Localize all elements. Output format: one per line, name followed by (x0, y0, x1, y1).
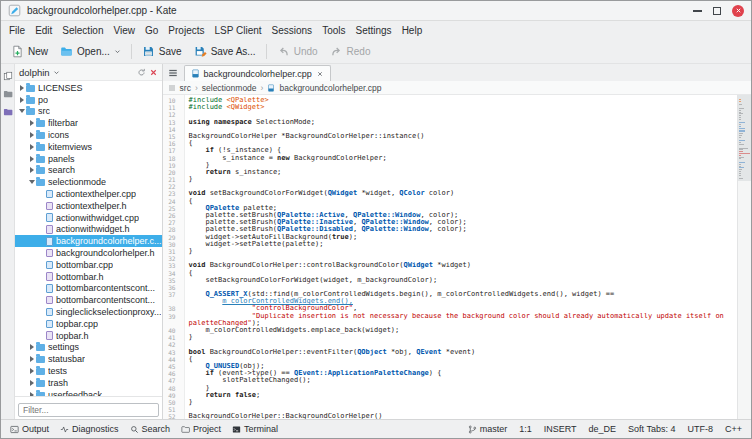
code-line[interactable]: 33void BackgroundColorHelper::controlBac… (163, 262, 737, 269)
expand-arrow-icon[interactable] (28, 156, 36, 162)
toolview-button-output[interactable]: Output (5, 423, 54, 435)
maximize-button[interactable] (713, 7, 721, 15)
close-project-icon[interactable] (149, 68, 158, 77)
code-line[interactable]: 50} (163, 399, 737, 406)
tree-item-userfeedback[interactable]: userfeedback (15, 389, 162, 396)
tree-item-tests[interactable]: tests (15, 365, 162, 377)
expand-arrow-icon[interactable] (28, 380, 36, 386)
toolview-button-terminal[interactable]: Terminal (227, 423, 283, 435)
expand-arrow-icon[interactable] (28, 368, 36, 374)
menu-selection[interactable]: Selection (57, 24, 108, 37)
code-line[interactable]: 43bool BackgroundColorHelper::eventFilte… (163, 349, 737, 356)
code-line[interactable]: 12 (163, 111, 737, 118)
status-item-master[interactable]: master (463, 423, 513, 435)
tree-item-trash[interactable]: trash (15, 377, 162, 389)
documents-icon[interactable] (3, 71, 13, 81)
expand-arrow-icon[interactable] (18, 85, 26, 91)
tree-item-selectionmode[interactable]: selectionmode (15, 176, 162, 188)
code-line[interactable]: 21} (163, 176, 737, 183)
tree-item-src[interactable]: src (15, 106, 162, 118)
breadcrumb-selectionmode[interactable]: selectionmode (202, 83, 257, 93)
tree-item-po[interactable]: po (15, 94, 162, 106)
chevron-down-icon[interactable] (53, 69, 60, 76)
open-button[interactable]: Open... (54, 43, 127, 60)
refresh-icon[interactable] (137, 68, 146, 77)
code-line[interactable]: 44{ (163, 356, 737, 363)
code-line[interactable]: 38 "controlBackgroundColor", (163, 305, 737, 312)
tree-item-bottombar-h[interactable]: bottombar.h (15, 271, 162, 283)
menu-sessions[interactable]: Sessions (267, 24, 318, 37)
tree-item-kitemviews[interactable]: kitemviews (15, 141, 162, 153)
toolview-button-diagnostics[interactable]: Diagnostics (55, 423, 124, 435)
code-line[interactable]: 10#include <QPalette> (163, 97, 737, 104)
code-line[interactable]: 35 setBackgroundColorForWidget(widget, m… (163, 277, 737, 284)
code-line[interactable]: 52BackgroundColorHelper::BackgroundColor… (163, 413, 737, 419)
code-line[interactable]: 17 if (!s_instance) { (163, 147, 737, 154)
code-line[interactable]: 13using namespace SelectionMode; (163, 119, 737, 126)
code-line[interactable]: 18 s_instance = new BackgroundColorHelpe… (163, 155, 737, 162)
expand-arrow-icon[interactable] (28, 120, 36, 126)
code-line[interactable]: 40 m_colorControlledWidgets.emplace_back… (163, 327, 737, 334)
code-line[interactable]: 36 (163, 284, 737, 291)
tree-item-topbar-cpp[interactable]: topbar.cpp (15, 318, 162, 330)
tree-item-bottombar-cpp[interactable]: bottombar.cpp (15, 259, 162, 271)
status-item-c[interactable]: C++ (720, 423, 747, 435)
menu-help[interactable]: Help (397, 24, 428, 37)
code-line[interactable]: 24{ (163, 198, 737, 205)
project-filter-input[interactable] (18, 403, 159, 417)
expand-arrow-icon[interactable] (28, 132, 36, 138)
tree-item-licenses[interactable]: LICENSES (15, 82, 162, 94)
code-line[interactable]: 19 } (163, 162, 737, 169)
new-button[interactable]: New (5, 43, 54, 60)
status-item-1-1[interactable]: 1:1 (514, 423, 537, 435)
collapse-arrow-icon[interactable] (28, 180, 36, 184)
tab-backgroundcolorhelper-cpp[interactable]: backgroundcolorhelper.cpp (184, 65, 331, 81)
code-line[interactable]: 16{ (163, 140, 737, 147)
project-name[interactable]: dolphin (19, 67, 50, 78)
code-line[interactable]: 28 palette.setBrush(QPalette::Disabled, … (163, 226, 737, 233)
menu-settings[interactable]: Settings (350, 24, 396, 37)
status-item-soft-tabs-4[interactable]: Soft Tabs: 4 (623, 423, 680, 435)
save-as-button[interactable]: Save As... (188, 43, 262, 60)
code-line[interactable]: 20 return s_instance; (163, 169, 737, 176)
tree-item-actionwithwidget-cpp[interactable]: actionwithwidget.cpp (15, 212, 162, 224)
menu-tools[interactable]: Tools (317, 24, 350, 37)
tab-close-icon[interactable] (316, 70, 324, 78)
code-line[interactable]: 41} (163, 334, 737, 341)
expand-arrow-icon[interactable] (28, 356, 36, 362)
code-line[interactable]: 39 "Duplicate insertion is not necessary… (163, 313, 737, 320)
code-line[interactable]: 48 } (163, 385, 737, 392)
tree-item-actionwithwidget-h[interactable]: actionwithwidget.h (15, 224, 162, 236)
code-line[interactable]: paletteChanged"); (163, 320, 737, 327)
code-line[interactable]: 51 (163, 406, 737, 413)
undo-button[interactable]: Undo (271, 43, 324, 60)
tree-item-actiontexthelper-cpp[interactable]: actiontexthelper.cpp (15, 188, 162, 200)
breadcrumb-src[interactable]: src (180, 83, 191, 93)
grid-icon[interactable] (168, 84, 176, 92)
menu-edit[interactable]: Edit (30, 24, 57, 37)
tree-item-bottombarcontentscont[interactable]: bottombarcontentscont... (15, 294, 162, 306)
tree-item-statusbar[interactable]: statusbar (15, 353, 162, 365)
minimize-button[interactable] (693, 10, 702, 12)
status-item-utf-8[interactable]: UTF-8 (682, 423, 718, 435)
menu-lsp-client[interactable]: LSP Client (209, 24, 266, 37)
code-line[interactable]: 46 if (event->type() == QEvent::Applicat… (163, 370, 737, 377)
tree-item-topbar-h[interactable]: topbar.h (15, 330, 162, 342)
filesystem-browser-icon[interactable] (3, 89, 13, 99)
menu-go[interactable]: Go (140, 24, 163, 37)
code-line[interactable]: 25 QPalette palette; (163, 205, 737, 212)
toolview-button-project[interactable]: Project (176, 423, 226, 435)
document-list-button[interactable] (165, 65, 181, 81)
status-item-de-de[interactable]: de_DE (584, 423, 622, 435)
tree-item-filterbar[interactable]: filterbar (15, 117, 162, 129)
project-icon[interactable] (3, 107, 13, 117)
code-line[interactable]: m_colorControlledWidgets.end(), (163, 298, 737, 305)
code-line[interactable]: 26 palette.setBrush(QPalette::Active, QP… (163, 212, 737, 219)
menu-file[interactable]: File (4, 24, 30, 37)
code-line[interactable]: 29 widget->setAutoFillBackground(true); (163, 234, 737, 241)
minimap[interactable] (737, 95, 751, 419)
breadcrumb-file[interactable]: backgroundcolorhelper.cpp (279, 83, 381, 93)
menu-view[interactable]: View (109, 24, 141, 37)
code-line[interactable]: 49 return false; (163, 392, 737, 399)
tree-item-actiontexthelper-h[interactable]: actiontexthelper.h (15, 200, 162, 212)
